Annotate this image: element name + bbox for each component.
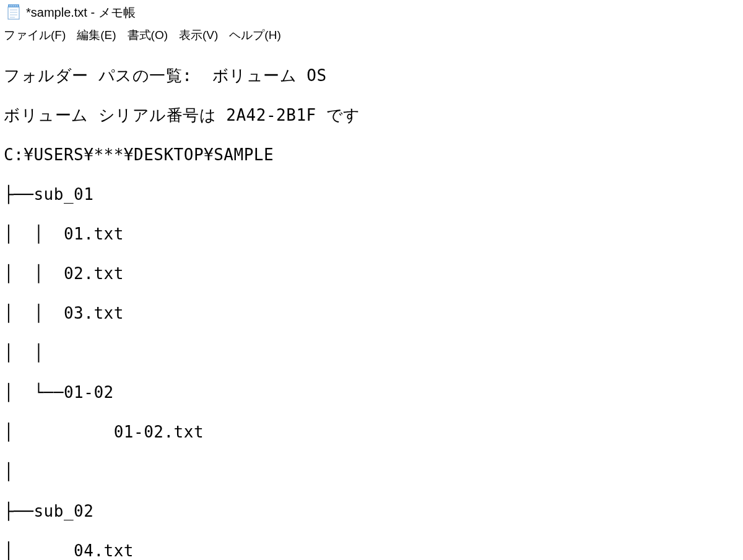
content-line: │ │ 01.txt [4,224,739,244]
content-line: ├──sub_02 [4,501,739,521]
text-editor-content[interactable]: フォルダー パスの一覧: ボリューム OS ボリューム シリアル番号は 2A42… [0,46,743,560]
menu-view[interactable]: 表示(V) [176,26,220,45]
svg-point-2 [9,6,11,7]
svg-point-5 [15,6,16,7]
content-line: │ │ 02.txt [4,264,739,283]
content-line: │ │ [4,343,739,363]
content-line: │ 04.txt [4,541,739,560]
window-title: *sample.txt - メモ帳 [26,4,136,21]
content-line: ├──sub_01 [4,184,739,204]
content-line: C:¥USERS¥***¥DESKTOP¥SAMPLE [4,145,739,165]
menu-bar: ファイル(F) 編集(E) 書式(O) 表示(V) ヘルプ(H) [0,25,743,46]
content-line: │ └──01-02 [4,382,739,402]
content-line: ボリューム シリアル番号は 2A42-2B1F です [4,105,739,125]
title-bar: *sample.txt - メモ帳 [0,0,743,25]
svg-point-3 [11,6,12,7]
menu-help[interactable]: ヘルプ(H) [227,26,283,45]
content-line: │ [4,462,739,481]
content-line: フォルダー パスの一覧: ボリューム OS [4,66,739,85]
svg-point-4 [13,6,14,7]
menu-format[interactable]: 書式(O) [125,26,170,45]
menu-edit[interactable]: 編集(E) [74,26,118,45]
notepad-icon [6,4,21,21]
content-line: │ │ 03.txt [4,303,739,323]
content-line: │ 01-02.txt [4,422,739,442]
svg-point-6 [17,6,18,7]
menu-file[interactable]: ファイル(F) [1,26,68,45]
